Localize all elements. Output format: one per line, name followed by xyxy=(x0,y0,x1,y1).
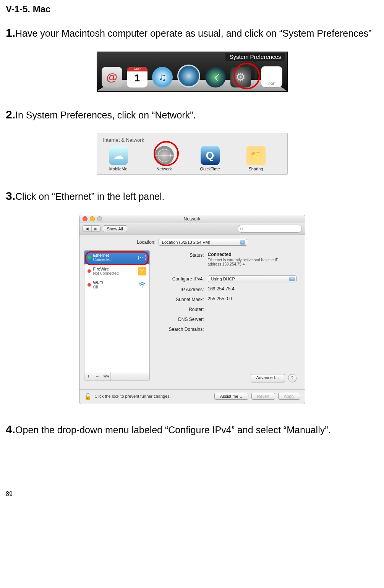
service-status: Off xyxy=(93,285,136,290)
page-number: 89 xyxy=(6,491,378,497)
zoom-icon[interactable] xyxy=(97,216,102,221)
status-dot-icon xyxy=(87,269,91,273)
chevron-left-icon: ◀ xyxy=(83,226,92,232)
dock-figure: System Preferences xyxy=(97,52,288,92)
traffic-lights xyxy=(83,216,102,221)
pref-quicktime[interactable]: QuickTime xyxy=(195,146,225,171)
step-4-number: 4. xyxy=(6,423,15,436)
prefrow-figure: Internet & Network MobileMe Network Quic… xyxy=(97,133,288,175)
sidebar-item-firewire[interactable]: FireWire Not Connected Y xyxy=(84,264,149,278)
pref-label: QuickTime xyxy=(195,167,225,171)
advanced-button[interactable]: Advanced… xyxy=(251,374,285,382)
document-icon[interactable] xyxy=(261,66,282,87)
wifi-icon xyxy=(138,281,146,289)
close-icon[interactable] xyxy=(83,216,87,221)
show-all-button[interactable]: Show All xyxy=(103,225,127,232)
service-name: Wi-Fi xyxy=(93,280,136,285)
service-options-button[interactable]: ✻▾ xyxy=(102,372,111,381)
services-sidebar: Ethernet Connected ⟨⋯⟩ FireWire Not Conn… xyxy=(84,250,150,381)
service-details: Status: Connected Ethernet is currently … xyxy=(154,250,300,382)
timemachine-icon[interactable] xyxy=(205,67,226,87)
itunes-icon[interactable] xyxy=(152,67,173,87)
step-3-number: 3. xyxy=(6,190,15,202)
dock-tooltip: System Preferences xyxy=(225,53,285,61)
pref-label: Sharing xyxy=(241,167,271,171)
network-prefpane: Network ◀ ▶ Show All Location: Location … xyxy=(79,215,305,404)
location-select[interactable]: Location (5/2/13 2:54 PM) xyxy=(159,239,247,246)
revert-button[interactable]: Revert xyxy=(251,393,275,400)
step-3: 3.Click on “Ethernet” in the left panel. xyxy=(6,188,378,204)
help-button[interactable]: ? xyxy=(288,374,297,382)
pref-label: MobileMe xyxy=(103,167,134,171)
location-label: Location: xyxy=(137,240,156,245)
mask-label: Subnet Mask: xyxy=(154,296,204,302)
ip-value: 169.254.75.4 xyxy=(208,286,235,292)
status-sub: Ethernet is currently active and has the… xyxy=(208,258,292,266)
ip-label: IP Address: xyxy=(154,286,204,292)
service-name: FireWire xyxy=(93,267,136,271)
add-service-button[interactable]: + xyxy=(84,372,93,381)
step-1: 1.Have your Macintosh computer operate a… xyxy=(6,25,378,41)
sidebar-action-bar: + − ✻▾ xyxy=(84,372,149,381)
dns-label: DNS Server: xyxy=(154,316,204,322)
calendar-icon[interactable] xyxy=(127,67,147,87)
svg-point-0 xyxy=(141,286,143,287)
quicktime-icon xyxy=(201,146,220,165)
window-toolbar: ◀ ▶ Show All xyxy=(79,223,305,235)
lock-text: Click the lock to prevent further change… xyxy=(95,394,171,398)
step-3-text: Click on “Ethernet” in the left panel. xyxy=(15,191,164,202)
section-heading: V-1-5. Mac xyxy=(6,4,378,15)
sharing-icon xyxy=(246,146,266,165)
service-status: Not Connected xyxy=(93,271,136,276)
highlight-ring xyxy=(233,63,260,89)
mail-icon[interactable] xyxy=(102,67,122,87)
sidebar-item-wifi[interactable]: Wi-Fi Off xyxy=(84,278,149,292)
window-title: Network xyxy=(183,216,200,222)
assist-me-button[interactable]: Assist me… xyxy=(214,393,248,400)
step-1-number: 1. xyxy=(6,26,15,39)
step-4: 4.Open the drop-down menu labeled “Confi… xyxy=(6,422,378,437)
window-titlebar: Network xyxy=(79,215,305,223)
firewire-icon: Y xyxy=(138,267,146,275)
status-value: Connected xyxy=(208,252,232,257)
nav-back-forward[interactable]: ◀ ▶ xyxy=(83,225,100,232)
search-label: Search Domains: xyxy=(154,326,204,332)
lock-icon[interactable]: 🔓 xyxy=(84,393,92,400)
step-2-number: 2. xyxy=(6,108,15,121)
pref-sharing[interactable]: Sharing xyxy=(241,146,271,171)
remove-service-button[interactable]: − xyxy=(93,372,102,381)
safari-icon[interactable] xyxy=(177,65,200,87)
pref-label: Network xyxy=(149,167,180,171)
status-dot-icon xyxy=(87,283,91,287)
mask-value: 255.255.0.0 xyxy=(208,296,232,301)
step-4-text: Open the drop-down menu labeled “Configu… xyxy=(15,424,331,435)
mobileme-icon xyxy=(109,146,128,165)
chevron-right-icon: ▶ xyxy=(92,226,100,232)
search-input[interactable] xyxy=(238,225,302,233)
minimize-icon[interactable] xyxy=(90,216,95,221)
highlight-ring xyxy=(85,251,149,265)
step-1-text: Have your Macintosh computer operate as … xyxy=(15,28,371,39)
highlight-ring xyxy=(154,141,179,166)
step-2-text: In System Preferences, click on “Network… xyxy=(15,110,196,120)
apply-button[interactable]: Apply xyxy=(278,393,300,400)
step-2: 2.In System Preferences, click on “Netwo… xyxy=(6,107,378,123)
config-label: Configure IPv4: xyxy=(154,275,204,282)
router-label: Router: xyxy=(154,306,204,312)
prefrow-section-label: Internet & Network xyxy=(103,137,281,143)
pref-mobileme[interactable]: MobileMe xyxy=(103,146,134,171)
configure-ipv4-select[interactable]: Using DHCP xyxy=(208,275,297,282)
status-label: Status: xyxy=(154,252,204,258)
